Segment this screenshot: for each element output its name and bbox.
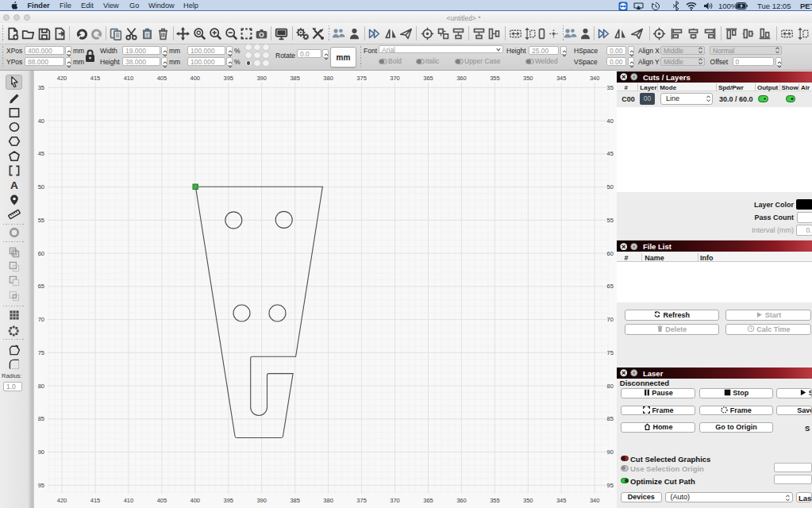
svg-text:370: 370 — [390, 497, 400, 504]
svg-text:75: 75 — [37, 349, 44, 356]
svg-text:95: 95 — [37, 482, 44, 489]
svg-text:365: 365 — [423, 75, 433, 82]
svg-text:40: 40 — [606, 117, 613, 125]
svg-text:80: 80 — [606, 383, 613, 390]
svg-text:340: 340 — [589, 497, 599, 504]
svg-text:355: 355 — [490, 497, 500, 504]
svg-text:380: 380 — [323, 497, 333, 504]
svg-text:385: 385 — [290, 75, 300, 82]
svg-text:390: 390 — [256, 75, 267, 82]
svg-text:55: 55 — [37, 217, 44, 224]
svg-text:360: 360 — [456, 497, 467, 504]
svg-text:380: 380 — [323, 75, 333, 82]
svg-text:60: 60 — [37, 250, 44, 257]
svg-text:50: 50 — [606, 183, 613, 190]
svg-text:385: 385 — [290, 497, 300, 504]
svg-text:390: 390 — [256, 497, 267, 504]
svg-text:355: 355 — [490, 75, 500, 82]
svg-text:345: 345 — [556, 75, 566, 82]
svg-text:85: 85 — [37, 415, 44, 422]
svg-text:375: 375 — [356, 497, 367, 504]
svg-text:65: 65 — [606, 283, 613, 290]
svg-text:45: 45 — [37, 150, 44, 157]
svg-text:405: 405 — [156, 497, 167, 504]
svg-text:410: 410 — [123, 497, 133, 504]
svg-text:395: 395 — [223, 497, 233, 504]
svg-text:410: 410 — [123, 75, 133, 82]
svg-text:405: 405 — [156, 75, 167, 82]
svg-text:35: 35 — [37, 84, 44, 91]
svg-text:45: 45 — [606, 150, 613, 157]
svg-text:350: 350 — [523, 75, 533, 82]
svg-text:420: 420 — [56, 75, 67, 82]
svg-text:365: 365 — [423, 497, 433, 504]
svg-text:400: 400 — [190, 497, 200, 504]
svg-text:40: 40 — [37, 117, 44, 125]
svg-text:85: 85 — [606, 415, 613, 422]
svg-text:A: A — [10, 179, 18, 191]
svg-text:65: 65 — [37, 283, 44, 290]
svg-text:415: 415 — [90, 497, 100, 504]
svg-text:50: 50 — [37, 183, 44, 190]
svg-text:415: 415 — [90, 75, 100, 82]
svg-text:75: 75 — [606, 349, 613, 356]
svg-text:395: 395 — [223, 75, 233, 82]
svg-text:340: 340 — [589, 75, 599, 82]
svg-text:375: 375 — [356, 75, 367, 82]
svg-text:400: 400 — [190, 75, 200, 82]
svg-text:35: 35 — [606, 84, 613, 91]
svg-text:420: 420 — [56, 497, 67, 504]
svg-text:70: 70 — [606, 316, 613, 323]
svg-text:90: 90 — [37, 448, 44, 456]
svg-text:345: 345 — [556, 497, 566, 504]
svg-text:80: 80 — [37, 383, 44, 390]
svg-text:90: 90 — [606, 448, 613, 456]
svg-text:70: 70 — [37, 316, 44, 323]
svg-text:360: 360 — [456, 75, 467, 82]
svg-text:95: 95 — [606, 482, 613, 489]
svg-text:60: 60 — [606, 250, 613, 257]
svg-text:55: 55 — [606, 217, 613, 224]
svg-text:350: 350 — [523, 497, 533, 504]
svg-text:370: 370 — [390, 75, 400, 82]
